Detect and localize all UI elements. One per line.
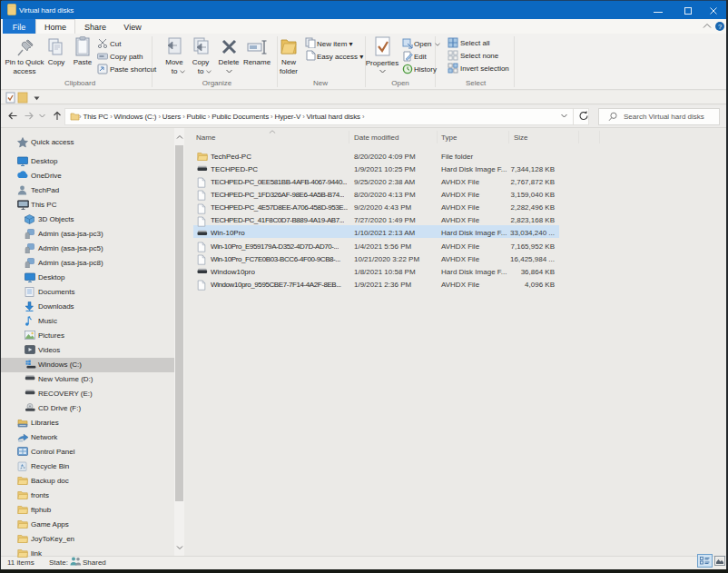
svg-text:?: ? xyxy=(718,23,722,31)
